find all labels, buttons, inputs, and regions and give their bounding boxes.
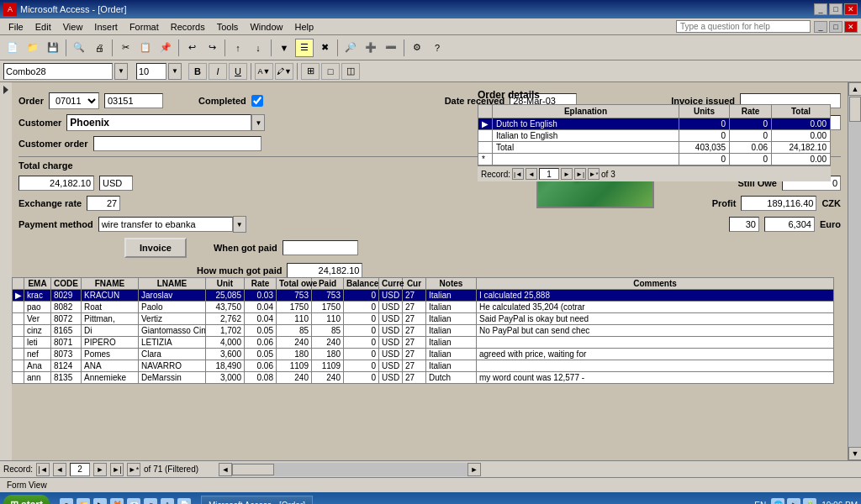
exchange-rate-input[interactable] [87,196,120,211]
how-much-got-paid-input[interactable] [287,263,362,278]
find-btn[interactable]: 🔎 [341,39,360,57]
paste-btn[interactable]: 📌 [156,39,175,57]
detail-next-btn[interactable]: ► [561,168,573,180]
record-number-input[interactable] [70,463,90,476]
help-btn[interactable]: ? [428,39,446,57]
h-scroll-left-btn[interactable]: ◄ [219,463,232,476]
explorer-icon[interactable]: 📁 [77,498,90,504]
filter-btn[interactable]: ▼ [275,39,293,57]
help-minimize[interactable]: _ [814,21,827,33]
minimize-button[interactable]: _ [814,3,827,15]
font-size-arrow[interactable]: ▼ [168,63,182,80]
detail-table-row[interactable]: * 0 0 0.00 [478,154,831,165]
open-btn[interactable]: 📁 [24,39,42,57]
detail-first-btn[interactable]: |◄ [512,168,524,180]
payment-method-input[interactable] [98,217,233,232]
customer-input[interactable] [66,114,251,131]
acrobat-icon[interactable]: 📄 [177,498,191,504]
order-select[interactable]: 07011 [49,92,99,109]
last-record-btn[interactable]: ►| [110,463,124,476]
window-controls[interactable]: _ □ ✕ [814,3,858,15]
close-button[interactable]: ✕ [844,3,858,15]
redo-btn[interactable]: ↪ [203,39,221,57]
font-size-box[interactable]: 10 [136,63,166,80]
new-btn[interactable]: 📄 [3,39,22,57]
scroll-thumb[interactable] [849,97,861,122]
menu-view[interactable]: View [58,20,88,34]
menu-records[interactable]: Records [166,20,210,34]
access-taskbar-icon[interactable]: A [161,498,174,504]
euro-amount-input[interactable] [764,217,815,232]
search-btn[interactable]: 🔍 [70,39,88,57]
print-btn[interactable]: 🖨 [90,39,108,57]
font-combo[interactable]: Combo28 [3,63,113,80]
menu-insert[interactable]: Insert [89,20,123,34]
profit-input[interactable] [741,196,816,211]
delete-record-btn[interactable]: ➖ [382,39,400,57]
total-currency-input[interactable] [99,176,133,191]
copy-btn[interactable]: 📋 [136,39,155,57]
scroll-up-btn[interactable]: ▲ [848,82,861,96]
undo-btn[interactable]: ↩ [182,39,201,57]
new-record-btn[interactable]: ➕ [362,39,380,57]
media-icon[interactable]: ▶ [93,498,107,504]
bold-btn[interactable]: B [188,63,207,80]
prev-record-btn[interactable]: ◄ [53,463,66,476]
save-btn[interactable]: 💾 [44,39,62,57]
firefox-icon[interactable]: 🦊 [110,498,124,504]
menu-tools[interactable]: Tools [212,20,244,34]
payment-method-arrow[interactable]: ▼ [233,216,246,233]
network-icon[interactable]: 🌐 [771,498,784,504]
detail-prev-btn[interactable]: ◄ [526,168,537,180]
when-got-paid-input[interactable] [283,240,358,255]
winamp-icon[interactable]: ♫ [144,498,157,504]
order-id2-input[interactable] [104,93,163,108]
volume-icon[interactable]: 🔊 [787,498,800,504]
total-charge-input[interactable] [18,176,94,191]
trans-table-row[interactable]: Ana 8124 ANA NAVARRO 18,490 0.06 1109 11… [13,360,834,372]
detail-new-btn[interactable]: ►* [588,168,600,180]
filter-apply-btn[interactable]: ☰ [295,39,314,57]
grid-btn[interactable]: ⊞ [301,63,320,80]
ie-icon[interactable]: e [60,498,73,504]
next-record-btn[interactable]: ► [93,463,107,476]
invoice-button[interactable]: Invoice [124,238,187,258]
trans-table-row[interactable]: ann 8135 Annemieke DeMarssin 3,000 0.08 … [13,372,834,384]
trans-table-row[interactable]: Ver 8072 Pittman, Vertiz 2,762 0.04 110 … [13,313,834,325]
outlook-icon[interactable]: 📧 [127,498,140,504]
h-scroll-right-btn[interactable]: ► [467,463,481,476]
menu-format[interactable]: Format [124,20,164,34]
cut-btn[interactable]: ✂ [116,39,135,57]
open-window-btn[interactable]: Microsoft Access - [Order] [201,496,313,504]
menu-edit[interactable]: Edit [30,20,56,34]
help-restore[interactable]: □ [829,21,843,33]
filter-remove-btn[interactable]: ✖ [315,39,334,57]
underline-btn[interactable]: U [229,63,247,80]
help-search-input[interactable] [676,20,811,33]
detail-table-row[interactable]: ▶ Dutch to English 0 0 0.00 [478,118,831,130]
scroll-down-btn[interactable]: ▼ [848,447,861,460]
detail-record-input[interactable] [539,168,559,180]
italic-btn[interactable]: I [209,63,227,80]
trans-table-row[interactable]: cinz 8165 Di Giantomasso Cinzi 1,702 0.0… [13,325,834,337]
help-close[interactable]: ✕ [844,21,858,33]
sort-asc-btn[interactable]: ↑ [229,39,247,57]
menu-file[interactable]: File [3,20,29,34]
trans-table-row[interactable]: pao 8082 Roat Paolo 43,750 0.04 1750 175… [13,302,834,313]
scroll-track[interactable] [848,96,861,447]
detail-last-btn[interactable]: ►| [574,168,586,180]
start-button[interactable]: ⊞ start [3,495,50,504]
customer-dropdown-arrow[interactable]: ▼ [251,114,265,131]
back-color-btn[interactable]: 🖍▼ [275,63,293,80]
detail-table-row[interactable]: Total 403,035 0.06 24,182.10 [478,142,831,154]
first-record-btn[interactable]: |◄ [36,463,50,476]
fore-color-btn[interactable]: A▼ [255,63,273,80]
new-record-nav-btn[interactable]: ►* [127,463,140,476]
customer-order-input[interactable] [93,136,261,151]
font-combo-arrow[interactable]: ▼ [114,63,128,80]
trans-table-row[interactable]: leti 8071 PIPERO LETIZIA 4,000 0.06 240 … [13,337,834,349]
trans-table-row[interactable]: ▶ krac 8029 KRACUN Jaroslav 25,085 0.03 … [13,290,834,302]
properties-btn[interactable]: ⚙ [408,39,426,57]
menu-window[interactable]: Window [245,20,288,34]
trans-table-row[interactable]: nef 8073 Pomes Clara 3,600 0.05 180 180 … [13,349,834,360]
